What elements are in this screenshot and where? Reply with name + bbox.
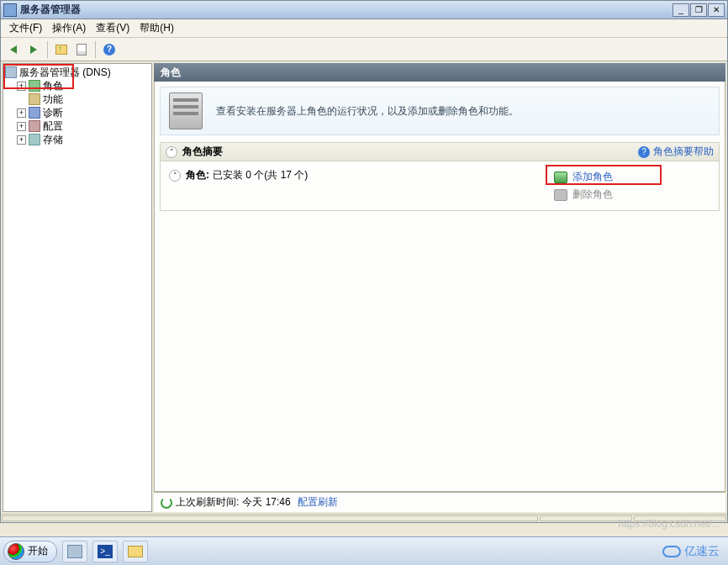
section-title: 角色摘要 <box>182 145 638 159</box>
tree-configuration-label: 配置 <box>43 119 63 134</box>
system-tray[interactable]: 亿速云 <box>662 544 725 559</box>
roles-count: 已安装 0 个(共 17 个) <box>213 168 308 182</box>
status-prefix: 上次刷新时间: <box>176 495 239 510</box>
menu-view[interactable]: 查看(V) <box>91 19 135 37</box>
taskbar-item-server-manager[interactable] <box>62 541 87 562</box>
tree-diagnostics-label: 诊断 <box>43 106 63 120</box>
windows-orb-icon <box>8 543 24 560</box>
properties-button[interactable] <box>72 40 91 59</box>
titlebar: 服务器管理器 _ ❐ ✕ <box>1 1 727 19</box>
menubar: 文件(F) 操作(A) 查看(V) 帮助(H) <box>1 19 727 38</box>
configure-refresh-link[interactable]: 配置刷新 <box>298 495 338 510</box>
roles-status: ˄ 角色: 已安装 0 个(共 17 个) <box>169 168 551 182</box>
tree-features-label: 功能 <box>43 92 63 107</box>
help-button[interactable]: ? <box>100 40 119 59</box>
remove-icon <box>554 189 567 201</box>
content-pane: 角色 查看安装在服务器上角色的运行状况，以及添加或删除角色和功能。 ˄ 角色摘要… <box>154 63 725 512</box>
toolbar-separator <box>47 41 48 58</box>
remove-roles-label: 删除角色 <box>572 187 613 202</box>
diagnostics-icon <box>29 107 40 119</box>
role-actions: 添加角色 删除角色 <box>551 168 710 203</box>
cloud-icon <box>662 546 681 557</box>
content-header: 角色 <box>154 63 725 82</box>
help-link-label: 角色摘要帮助 <box>653 145 714 159</box>
window-title: 服务器管理器 <box>20 3 673 17</box>
expander-icon[interactable]: + <box>17 135 26 145</box>
menu-action[interactable]: 操作(A) <box>47 19 91 37</box>
server-manager-icon <box>67 545 82 558</box>
restore-button[interactable]: ❐ <box>690 3 707 17</box>
minimize-button[interactable]: _ <box>673 3 689 17</box>
content-body: 查看安装在服务器上角色的运行状况，以及添加或删除角色和功能。 ˄ 角色摘要 ? … <box>154 82 725 492</box>
taskbar-item-explorer[interactable] <box>123 541 148 562</box>
server-icon <box>5 66 17 78</box>
powershell-icon: >_ <box>98 545 113 558</box>
start-button[interactable]: 开始 <box>3 541 57 562</box>
taskbar-item-powershell[interactable]: >_ <box>92 541 118 562</box>
banner-text: 查看安装在服务器上角色的运行状况，以及添加或删除角色和功能。 <box>216 104 519 119</box>
expander-icon[interactable]: + <box>17 108 26 118</box>
add-roles-link[interactable]: 添加角色 <box>551 168 710 186</box>
help-icon: ? <box>103 44 115 55</box>
expander-icon[interactable]: + <box>17 122 26 131</box>
intro-banner: 查看安装在服务器上角色的运行状况，以及添加或删除角色和功能。 <box>160 87 720 135</box>
brand-logo: 亿速云 <box>662 544 720 559</box>
tree-item-features[interactable]: + 功能 <box>5 92 150 106</box>
tree-item-storage[interactable]: + 存储 <box>5 133 150 146</box>
arrow-right-icon <box>30 45 37 54</box>
tree-root[interactable]: 服务器管理器 (DNS) <box>5 66 150 79</box>
close-button[interactable]: ✕ <box>708 3 725 17</box>
body-area: 服务器管理器 (DNS) + 角色 + 功能 + 诊断 + 配置 <box>1 61 727 514</box>
taskbar: 开始 >_ 亿速云 <box>0 536 728 565</box>
window-buttons: _ ❐ ✕ <box>673 3 725 17</box>
tree-item-diagnostics[interactable]: + 诊断 <box>5 106 150 119</box>
tree-roles-label: 角色 <box>43 79 63 93</box>
tree-storage-label: 存储 <box>43 133 63 147</box>
back-button[interactable] <box>4 40 23 59</box>
features-icon <box>29 93 40 105</box>
expander-icon[interactable]: + <box>17 82 26 91</box>
remove-roles-link[interactable]: 删除角色 <box>551 186 710 203</box>
start-label: 开始 <box>28 544 48 558</box>
roles-summary-section: ˄ 角色摘要 ? 角色摘要帮助 ˄ 角色: 已安装 0 个(共 17 个) <box>160 142 720 211</box>
add-icon <box>554 172 567 183</box>
tree-root-label: 服务器管理器 (DNS) <box>19 66 111 80</box>
toolbar-separator <box>95 41 96 58</box>
status-time: 今天 17:46 <box>242 495 290 510</box>
configuration-icon <box>29 120 40 132</box>
collapse-icon[interactable]: ˄ <box>166 146 177 158</box>
up-button[interactable] <box>52 40 71 59</box>
collapse-icon[interactable]: ˄ <box>169 170 181 182</box>
roles-icon <box>29 80 40 92</box>
section-body: ˄ 角色: 已安装 0 个(共 17 个) 添加角色 删除角色 <box>161 161 719 210</box>
window-statusbar <box>1 514 727 522</box>
brand-text: 亿速云 <box>684 544 720 559</box>
app-icon <box>3 3 17 17</box>
question-icon: ? <box>638 146 650 158</box>
properties-icon <box>76 44 87 55</box>
toolbar: ? <box>1 38 727 61</box>
section-header: ˄ 角色摘要 ? 角色摘要帮助 <box>161 143 719 161</box>
add-roles-label: 添加角色 <box>572 170 613 184</box>
tree-item-roles[interactable]: + 角色 <box>5 79 150 92</box>
folder-up-icon <box>55 45 67 55</box>
menu-file[interactable]: 文件(F) <box>4 19 47 37</box>
status-bar: 上次刷新时间: 今天 17:46 配置刷新 <box>154 492 725 512</box>
folder-icon <box>128 546 143 557</box>
menu-help[interactable]: 帮助(H) <box>135 19 179 37</box>
tree-item-configuration[interactable]: + 配置 <box>5 119 150 133</box>
navigation-tree[interactable]: 服务器管理器 (DNS) + 角色 + 功能 + 诊断 + 配置 <box>3 63 152 512</box>
storage-icon <box>29 134 40 145</box>
forward-button[interactable] <box>24 40 43 59</box>
refresh-icon <box>161 497 172 509</box>
server-rack-icon <box>169 92 203 129</box>
roles-label: 角色: <box>186 168 209 182</box>
server-manager-window: 服务器管理器 _ ❐ ✕ 文件(F) 操作(A) 查看(V) 帮助(H) ? 服… <box>0 0 728 523</box>
arrow-left-icon <box>10 45 17 54</box>
section-help-link[interactable]: ? 角色摘要帮助 <box>638 145 714 159</box>
